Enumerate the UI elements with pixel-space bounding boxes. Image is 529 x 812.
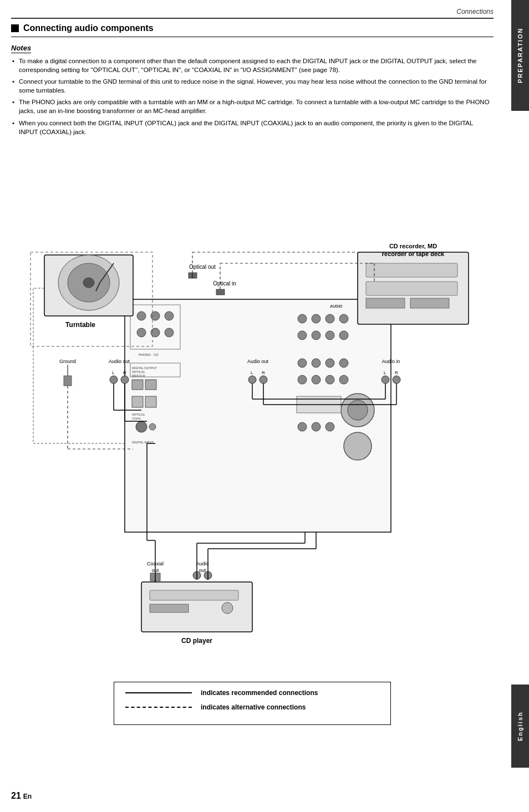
legend-alternative: indicates alternative connections — [125, 703, 379, 711]
svg-rect-55 — [366, 263, 457, 277]
note-item-4: When you connect both the DIGITAL INPUT … — [11, 119, 494, 136]
svg-point-29 — [312, 331, 321, 340]
svg-point-5 — [137, 328, 146, 337]
section-title: Connecting audio components — [23, 23, 154, 33]
main-content: Connections Connecting audio components … — [0, 0, 505, 812]
header-category: Connections — [456, 8, 494, 16]
svg-point-27 — [339, 314, 348, 323]
svg-point-7 — [165, 328, 174, 337]
svg-point-24 — [298, 314, 307, 323]
svg-point-6 — [151, 328, 160, 337]
svg-point-39 — [339, 375, 348, 384]
svg-point-75 — [248, 376, 256, 384]
svg-text:L: L — [112, 370, 115, 375]
svg-point-37 — [312, 375, 321, 384]
svg-point-41 — [348, 400, 368, 420]
page-number: 21 — [11, 791, 21, 800]
svg-rect-66 — [216, 289, 225, 295]
svg-text:AUDIO: AUDIO — [330, 304, 343, 308]
svg-point-36 — [298, 375, 307, 384]
top-header: Connections — [11, 6, 494, 19]
diagram-svg: PHONO CD DIGITAL OUTPUT OPTICAL MD/CD-R … — [14, 144, 491, 676]
svg-point-34 — [325, 359, 334, 367]
svg-text:CD: CD — [154, 353, 159, 356]
svg-point-4 — [165, 311, 174, 320]
svg-rect-68 — [64, 376, 72, 386]
svg-point-51 — [83, 278, 94, 288]
svg-point-20 — [136, 421, 147, 432]
svg-text:PHONO: PHONO — [139, 353, 151, 356]
diagram-container: PHONO CD DIGITAL OUTPUT OPTICAL MD/CD-R … — [14, 144, 491, 676]
svg-rect-17 — [145, 396, 156, 407]
svg-text:L: L — [251, 370, 253, 375]
page-footer: 21 En — [11, 791, 32, 801]
right-sidebar: PREPARATION — [511, 0, 529, 776]
svg-text:DIGITAL OUTPUT: DIGITAL OUTPUT — [132, 366, 157, 370]
note-item-2: Connect your turntable to the GND termin… — [11, 77, 494, 95]
legend-solid-line — [125, 692, 192, 693]
svg-point-35 — [339, 359, 348, 367]
note-item-1: To make a digital connection to a compon… — [11, 57, 494, 74]
svg-point-31 — [339, 331, 348, 340]
svg-rect-14 — [132, 380, 143, 390]
svg-rect-57 — [366, 298, 405, 308]
optical-out-label: Optical out — [189, 264, 216, 270]
svg-text:recorder or tape deck: recorder or tape deck — [382, 251, 445, 257]
svg-rect-16 — [132, 396, 143, 407]
svg-point-80 — [393, 376, 400, 384]
page-lang: En — [23, 793, 32, 800]
legend-recommended-text: indicates recommended connections — [201, 689, 318, 697]
svg-text:OPTICAL: OPTICAL — [132, 370, 145, 374]
svg-point-25 — [312, 314, 321, 323]
svg-point-33 — [312, 359, 321, 367]
svg-point-26 — [325, 314, 334, 323]
section-icon — [11, 24, 19, 32]
svg-rect-62 — [150, 604, 189, 612]
legend-dashed-line — [125, 707, 192, 708]
audio-in-label: Audio in — [382, 359, 400, 364]
section-title-row: Connecting audio components — [11, 23, 494, 37]
audio-out-2-label: Audio out — [247, 359, 269, 364]
turntable-label: Turntable — [65, 321, 95, 329]
svg-text:COAX.: COAX. — [132, 417, 142, 420]
svg-point-2 — [137, 311, 146, 320]
notes-label: Notes — [11, 44, 31, 53]
optical-in-label: Optical in — [213, 280, 236, 287]
ground-label: Ground — [59, 359, 76, 364]
cd-recorder-label: CD recorder, MD — [389, 243, 437, 249]
legend-box: indicates recommended connections indica… — [114, 682, 391, 725]
note-item-3: The PHONO jacks are only compatible with… — [11, 98, 494, 115]
svg-rect-56 — [366, 282, 457, 295]
svg-text:L: L — [384, 370, 386, 375]
sidebar-tab-preparation: PREPARATION — [511, 0, 529, 111]
svg-point-79 — [382, 376, 389, 384]
svg-point-28 — [298, 331, 307, 340]
svg-point-43 — [298, 422, 307, 431]
svg-point-3 — [151, 311, 160, 320]
audio-out-3-label: Audio — [196, 561, 208, 566]
svg-point-32 — [298, 359, 307, 367]
svg-point-46 — [344, 432, 372, 460]
svg-text:R: R — [123, 370, 126, 375]
svg-rect-58 — [410, 298, 449, 308]
svg-text:MD/CD-R: MD/CD-R — [132, 374, 145, 377]
svg-point-71 — [110, 376, 118, 384]
svg-point-76 — [260, 376, 267, 384]
svg-point-45 — [325, 422, 334, 431]
svg-point-38 — [325, 375, 334, 384]
audio-out-1-label: Audio out — [109, 359, 130, 364]
cd-player-label: CD player — [181, 637, 212, 645]
svg-point-72 — [121, 376, 129, 384]
svg-text:OPTICAL: OPTICAL — [132, 413, 145, 416]
legend-recommended: indicates recommended connections — [125, 689, 379, 697]
svg-rect-15 — [145, 380, 156, 390]
svg-point-63 — [222, 602, 233, 614]
legend-alternative-text: indicates alternative connections — [201, 703, 306, 711]
svg-text:R: R — [262, 370, 265, 375]
sidebar-tab-english: English — [511, 685, 529, 768]
svg-text:R: R — [395, 370, 398, 375]
notes-list: To make a digital connection to a compon… — [11, 57, 494, 136]
svg-rect-61 — [150, 590, 238, 600]
svg-point-44 — [312, 422, 321, 431]
svg-point-30 — [325, 331, 334, 340]
